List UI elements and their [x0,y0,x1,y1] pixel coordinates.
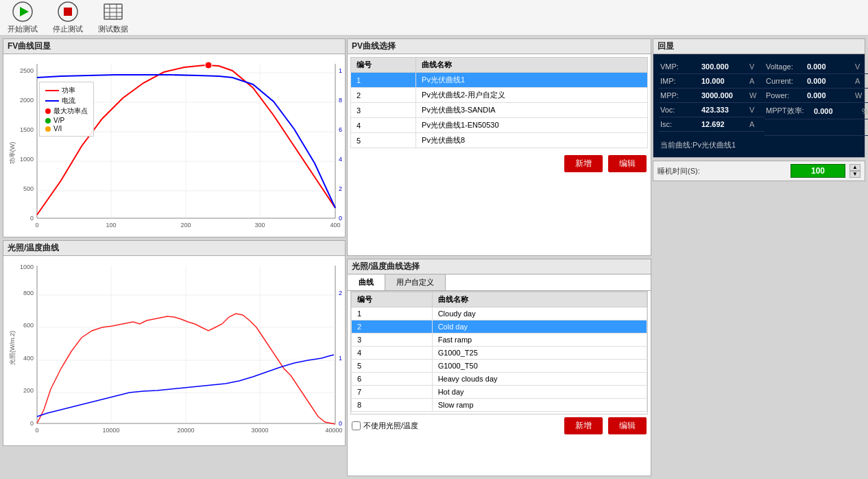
svg-point-40 [205,62,212,69]
light-table-row[interactable]: 2Cold day [352,320,647,334]
light-table-row[interactable]: 6Heavy clouds day [352,373,647,386]
table-icon [102,1,124,23]
light-row-name: G1000_T25 [432,347,647,360]
hx-isc-row: Isc: 12.692 A [659,117,764,132]
legend-vi-label: V/I [53,125,62,132]
svg-text:1500: 1500 [20,126,34,133]
svg-text:20000: 20000 [177,427,194,434]
light-row-name: Slow ramp [432,399,647,412]
svg-text:6: 6 [339,126,342,133]
light-table-row[interactable]: 8Slow ramp [352,399,647,412]
hx-mpp-unit: W [749,91,763,100]
svg-text:0: 0 [35,222,38,229]
hx-voc-unit: V [749,106,763,114]
toolbar-start[interactable]: 开始测试 [5,1,40,34]
hx-imp-value: 10.000 [701,77,749,85]
pv-select-title: PV曲线选择 [348,39,651,54]
light-row-id: 5 [352,360,433,373]
toolbar-data-label: 测试数据 [98,24,128,34]
svg-text:20: 20 [339,290,342,296]
light-row-id: 8 [352,399,433,412]
irr-chart-svg: 0 10000 20000 30000 40000 0 200 400 600 … [6,259,342,444]
light-select-title: 光照/温度曲线选择 [348,259,651,274]
pv-table: 编号 曲线名称 1Pv光伏曲线12Pv光伏曲线2-用户自定义3Pv光伏曲线3-S… [350,57,648,148]
pv-row-id: 3 [351,103,416,118]
svg-text:300: 300 [254,222,265,229]
pv-edit-button[interactable]: 编辑 [608,155,647,172]
hx-mppt-label: MPPT效率: [766,106,814,116]
svg-text:600: 600 [23,322,34,329]
svg-text:10000: 10000 [102,427,119,434]
light-row-id: 2 [352,320,433,334]
left-panel: FV曲线回显 0 100 200 300 400 0 500 [3,38,346,476]
legend-maxpower: 最大功率点 [45,106,88,116]
svg-text:2500: 2500 [20,67,34,74]
toolbar-stop[interactable]: 停止测试 [51,1,85,34]
pv-row-id: 5 [351,133,416,148]
svg-text:0: 0 [339,215,342,222]
light-scroll-area[interactable]: 编号 曲线名称 1Cloudy day2Cold day3Fast ramp4G… [350,291,648,414]
legend-power: 功率 [45,86,88,95]
play-icon [12,1,34,23]
light-tabs: 曲线 用户自定义 [348,274,651,291]
middle-panel: PV曲线选择 编号 曲线名称 1Pv光伏曲线12Pv光伏曲线2-用户自定义3Pv… [347,38,651,476]
hx-mppt-row: MPPT效率: 0.000 % [764,103,868,119]
svg-text:0: 0 [35,427,38,434]
pv-add-button[interactable]: 新增 [564,155,603,172]
pv-row-name: Pv光伏曲线1-EN50530 [416,118,648,133]
svg-marker-1 [20,7,29,16]
tab-curve[interactable]: 曲线 [348,274,385,290]
no-light-checkbox[interactable] [352,421,361,430]
svg-rect-4 [104,4,122,19]
tab-custom[interactable]: 用户自定义 [385,274,446,290]
hx-voltage-row: Voltage: 0.000 V [764,60,868,74]
sleep-up-button[interactable]: ▲ [849,164,860,171]
huixian-right: Voltage: 0.000 V Current: 0.000 A Power:… [764,60,868,136]
pv-table-row[interactable]: 3Pv光伏曲线3-SANDIA [351,103,648,118]
pv-btn-row: 新增 编辑 [348,151,651,176]
light-add-button[interactable]: 新增 [564,417,603,434]
hx-isc-label: Isc: [660,120,701,128]
hx-isc-value: 12.692 [701,120,749,128]
svg-text:100: 100 [106,222,116,229]
pv-row-name: Pv光伏曲线8 [416,133,648,148]
light-row-id: 7 [352,386,433,399]
fv-section: FV曲线回显 0 100 200 300 400 0 500 [3,38,346,237]
svg-text:1000: 1000 [20,264,34,270]
hx-current-unit: A [855,77,868,85]
svg-text:15: 15 [339,355,342,362]
light-table-row[interactable]: 4G1000_T25 [352,347,647,360]
svg-text:0: 0 [339,420,342,427]
light-table-row[interactable]: 5G1000_T50 [352,360,647,373]
hx-power-label: Power: [766,91,807,100]
sleep-input[interactable] [791,164,845,178]
light-row-name: Cloudy day [432,307,647,320]
sleep-down-button[interactable]: ▼ [849,171,860,178]
light-table-row[interactable]: 1Cloudy day [352,307,647,320]
hx-empty-row [764,119,868,136]
pv-table-row[interactable]: 1Pv光伏曲线1 [351,73,648,88]
light-table-row[interactable]: 7Hot day [352,386,647,399]
hx-isc-unit: A [749,120,763,128]
light-row-name: Fast ramp [432,334,647,347]
pv-table-row[interactable]: 4Pv光伏曲线1-EN50530 [351,118,648,133]
fv-legend: 功率 电流 最大功率点 V/P [39,82,94,137]
svg-text:1000: 1000 [20,156,34,163]
svg-text:10: 10 [339,67,342,74]
hx-mpp-label: MPP: [660,91,701,100]
toolbar-data[interactable]: 测试数据 [96,1,130,34]
legend-power-label: 功率 [62,86,75,95]
pv-col-id: 编号 [351,58,416,73]
pv-row-name: Pv光伏曲线3-SANDIA [416,103,648,118]
pv-table-row[interactable]: 2Pv光伏曲线2-用户自定义 [351,88,648,103]
light-col-id: 编号 [352,292,433,307]
svg-text:400: 400 [330,222,340,229]
light-edit-button[interactable]: 编辑 [608,417,647,434]
hx-power-row: Power: 0.000 W [764,89,868,103]
huixian-left: VMP: 300.000 V IMP: 10.000 A MPP: 3000.0… [659,60,764,136]
no-light-checkbox-label[interactable]: 不使用光照/温度 [352,421,418,431]
light-col-name: 曲线名称 [432,292,647,307]
light-table: 编号 曲线名称 1Cloudy day2Cold day3Fast ramp4G… [351,292,647,412]
light-table-row[interactable]: 3Fast ramp [352,334,647,347]
pv-table-row[interactable]: 5Pv光伏曲线8 [351,133,648,148]
